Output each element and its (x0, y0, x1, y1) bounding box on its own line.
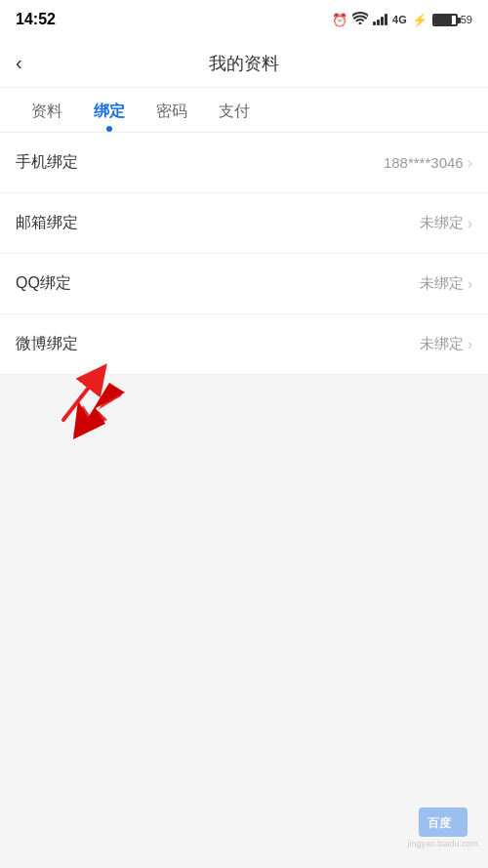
chevron-icon: › (468, 336, 472, 353)
content-area: 手机绑定 188****3046 › 邮箱绑定 未绑定 › QQ绑定 未绑定 ›… (0, 133, 488, 375)
phone-binding-value: 188****3046 (384, 154, 464, 171)
status-icons: ⏰ 4G ⚡ 59 (332, 12, 472, 27)
tab-payment[interactable]: 支付 (203, 88, 265, 132)
phone-binding-label: 手机绑定 (16, 152, 78, 173)
watermark-text: jingyan.baidu.com (407, 839, 478, 848)
signal-icon (373, 14, 387, 25)
status-bar: 14:52 ⏰ 4G ⚡ 59 (0, 0, 488, 39)
battery-icon: 59 (432, 14, 472, 26)
chevron-icon: › (468, 215, 472, 232)
qq-binding-value: 未绑定 (420, 274, 464, 293)
tab-bind[interactable]: 绑定 (78, 88, 141, 132)
weibo-binding-row[interactable]: 微博绑定 未绑定 › (0, 314, 488, 375)
baidu-logo: 百度 (419, 807, 468, 837)
page-title: 我的资料 (209, 52, 279, 75)
weibo-binding-value: 未绑定 (420, 335, 464, 353)
back-button[interactable]: ‹ (16, 52, 22, 74)
status-time: 14:52 (16, 11, 56, 28)
tab-bar: 资料 绑定 密码 支付 (0, 88, 488, 133)
wifi-icon (352, 12, 368, 27)
qq-binding-label: QQ绑定 (16, 273, 71, 294)
header: ‹ 我的资料 (0, 39, 488, 88)
email-binding-right: 未绑定 › (420, 214, 472, 232)
email-binding-label: 邮箱绑定 (16, 213, 78, 233)
weibo-binding-right: 未绑定 › (420, 335, 472, 353)
alarm-icon: ⏰ (332, 13, 347, 27)
chevron-icon: › (468, 275, 472, 293)
phone-binding-right: 188****3046 › (384, 154, 472, 172)
phone-binding-row[interactable]: 手机绑定 188****3046 › (0, 133, 488, 193)
qq-binding-right: 未绑定 › (420, 274, 472, 293)
email-binding-row[interactable]: 邮箱绑定 未绑定 › (0, 193, 488, 254)
tab-info[interactable]: 资料 (16, 88, 78, 132)
qq-binding-row[interactable]: QQ绑定 未绑定 › (0, 254, 488, 314)
svg-text:百度: 百度 (427, 816, 452, 830)
network-type: 4G (392, 14, 407, 25)
svg-marker-1 (73, 383, 125, 439)
tab-password[interactable]: 密码 (141, 88, 203, 132)
email-binding-value: 未绑定 (420, 214, 464, 232)
battery-bolt-icon: ⚡ (412, 13, 427, 27)
weibo-binding-label: 微博绑定 (16, 334, 78, 354)
chevron-icon: › (468, 154, 472, 172)
watermark: 百度 jingyan.baidu.com (407, 807, 478, 848)
